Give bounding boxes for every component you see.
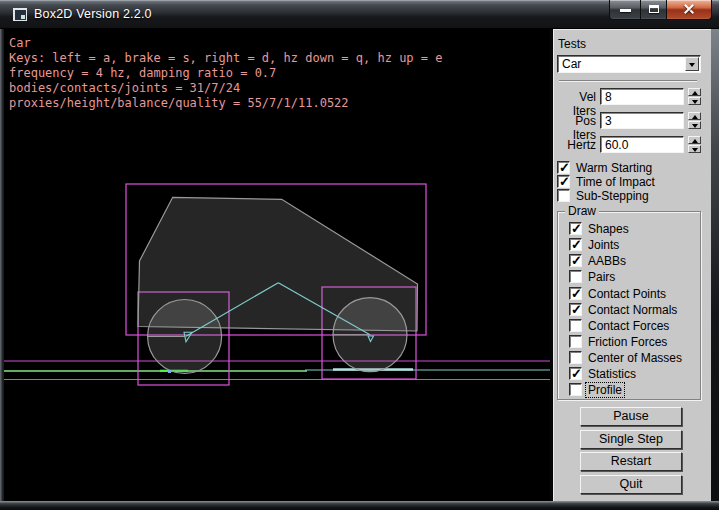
contact-forces-box[interactable] (569, 319, 582, 332)
vel-iters-row: Vel Iters 8 (554, 88, 712, 105)
vel-iters-value: 8 (605, 90, 612, 104)
shapes-label: Shapes (588, 222, 629, 236)
statistics-box[interactable] (569, 367, 582, 380)
proxy-stats-text: proxies/height/balance/quality = 55/7/1/… (9, 96, 349, 111)
hertz-stepper (688, 136, 701, 153)
shapes-box[interactable] (569, 222, 582, 235)
keys-help-text: Keys: left = a, brake = s, right = d, hz… (9, 51, 442, 66)
simulation-canvas[interactable]: Car Keys: left = a, brake = s, right = d… (4, 29, 550, 501)
statistics-label: Statistics (588, 367, 636, 381)
pos-iters-row: Pos Iters 3 (554, 112, 712, 129)
dropdown-arrow-button[interactable] (685, 57, 699, 71)
close-button[interactable] (667, 0, 712, 20)
window-frame-bottom (0, 501, 719, 510)
vel-iters-stepper (688, 88, 701, 105)
caption-buttons (609, 0, 712, 20)
app-icon (13, 8, 27, 21)
pairs-box[interactable] (569, 270, 582, 283)
vel-iters-up-button[interactable] (688, 88, 701, 96)
maximize-icon (649, 5, 659, 13)
window-title: Box2D Version 2.2.0 (34, 7, 152, 21)
vel-iters-down-button[interactable] (688, 97, 701, 105)
pos-iters-up-button[interactable] (688, 112, 701, 120)
contact-forces-label: Contact Forces (588, 319, 669, 333)
time-of-impact-box[interactable] (557, 175, 570, 188)
pos-iters-field[interactable]: 3 (600, 112, 684, 129)
center-of-masses-label: Center of Masses (588, 351, 682, 365)
body-stats-text: bodies/contacts/joints = 31/7/24 (9, 81, 240, 96)
close-icon (683, 3, 695, 15)
warm-starting-label: Warm Starting (576, 161, 652, 175)
draw-group-label: Draw (565, 204, 599, 218)
warm-starting-box[interactable] (557, 161, 570, 174)
aabbs-label: AABBs (588, 254, 626, 268)
minimize-icon (620, 9, 631, 12)
test-title-text: Car (9, 36, 31, 51)
quit-button[interactable]: Quit (580, 475, 682, 494)
tests-label: Tests (558, 37, 586, 51)
hertz-value: 60.0 (605, 138, 628, 152)
title-bar[interactable]: Box2D Version 2.2.0 (0, 0, 719, 29)
contact-point-dot (168, 370, 171, 373)
frequency-text: frequency = 4 hz, damping ratio = 0.7 (9, 66, 276, 81)
hertz-down-button[interactable] (688, 145, 701, 153)
friction-forces-box[interactable] (569, 335, 582, 348)
window-frame-right (711, 29, 719, 501)
sub-stepping-box[interactable] (557, 189, 570, 202)
vel-iters-field[interactable]: 8 (600, 88, 684, 105)
control-panel: Tests Car Vel Iters 8 Pos Iters 3 (553, 29, 711, 501)
separator (559, 80, 697, 82)
restart-button[interactable]: Restart (580, 452, 682, 471)
minimize-button[interactable] (609, 0, 640, 20)
contact-normals-label: Contact Normals (588, 303, 677, 317)
center-of-masses-box[interactable] (569, 351, 582, 364)
hertz-label: Hertz (554, 138, 596, 152)
pos-iters-down-button[interactable] (688, 121, 701, 129)
sub-stepping-label: Sub-Stepping (576, 189, 649, 203)
time-of-impact-label: Time of Impact (576, 175, 655, 189)
hertz-field[interactable]: 60.0 (600, 136, 684, 153)
pos-iters-stepper (688, 112, 701, 129)
profile-label: Profile (586, 383, 624, 397)
hertz-row: Hertz 60.0 (554, 136, 712, 153)
maximize-button[interactable] (640, 0, 667, 20)
test-select-value: Car (562, 57, 581, 71)
contact-points-label: Contact Points (588, 287, 666, 301)
draw-groupbox: Draw Shapes Joints AABBs Pairs Contact P… (557, 211, 701, 400)
contact-normals-box[interactable] (569, 303, 582, 316)
test-select-dropdown[interactable]: Car (557, 55, 701, 73)
friction-forces-label: Friction Forces (588, 335, 667, 349)
pause-button[interactable]: Pause (580, 407, 682, 426)
hertz-up-button[interactable] (688, 136, 701, 144)
profile-box[interactable] (569, 383, 582, 396)
joints-label: Joints (588, 238, 619, 252)
pos-iters-value: 3 (605, 114, 612, 128)
aabbs-box[interactable] (569, 254, 582, 267)
single-step-button[interactable]: Single Step (580, 430, 682, 449)
pairs-label: Pairs (588, 270, 615, 284)
app-window: Box2D Version 2.2.0 (0, 0, 719, 510)
joints-box[interactable] (569, 238, 582, 251)
contact-points-box[interactable] (569, 287, 582, 300)
